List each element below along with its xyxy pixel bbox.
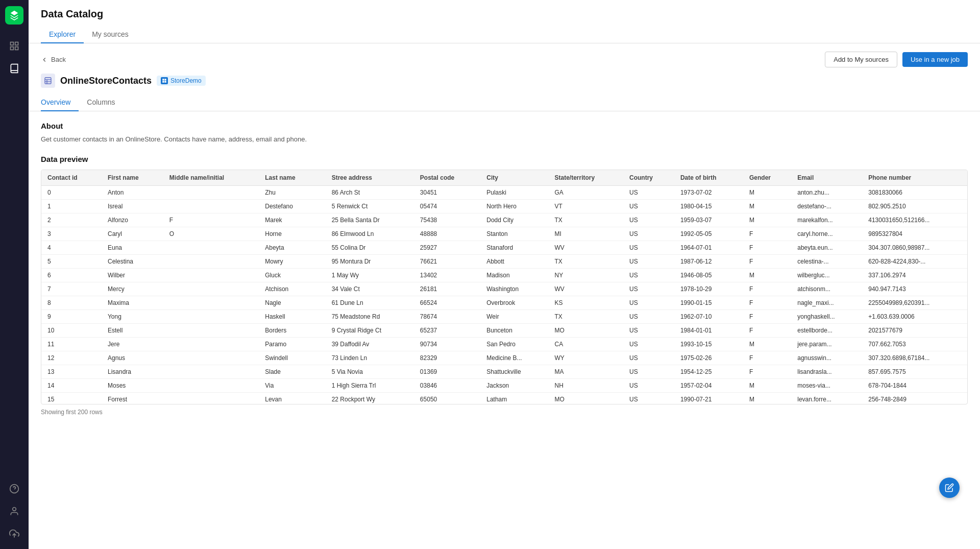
table-cell: Levan — [259, 392, 325, 404]
sidebar-item-help[interactable] — [5, 480, 23, 498]
column-header: Stree address — [326, 170, 414, 186]
table-cell: 4130031650,512166... — [862, 213, 967, 227]
svg-rect-3 — [15, 47, 18, 50]
table-cell: M — [743, 268, 791, 282]
table-cell: 3081830066 — [862, 185, 967, 199]
column-header: State/territory — [548, 170, 623, 186]
table-cell: 1957-02-04 — [674, 378, 743, 392]
table-cell: Pulaski — [480, 185, 548, 199]
table-cell: F — [743, 296, 791, 309]
table-cell: US — [623, 378, 674, 392]
table-row: 0AntonZhu86 Arch St30451PulaskiGAUS1973-… — [41, 185, 967, 199]
tab-overview[interactable]: Overview — [41, 94, 79, 111]
table-cell: 256-748-2849 — [862, 392, 967, 404]
table-row: 6WilberGluck1 May Wy13402MadisonNYUS1946… — [41, 268, 967, 282]
table-cell: 30451 — [414, 185, 480, 199]
app-logo[interactable] — [5, 6, 23, 25]
table-cell: agnusswin... — [791, 351, 862, 365]
table-cell: F — [743, 241, 791, 254]
table-cell: Isreal — [102, 199, 163, 213]
table-cell: anton.zhu... — [791, 185, 862, 199]
table-cell: 13402 — [414, 268, 480, 282]
table-cell: Washington — [480, 282, 548, 296]
table-cell: 25927 — [414, 241, 480, 254]
svg-rect-13 — [164, 79, 166, 80]
table-cell: Haskell — [259, 309, 325, 323]
tab-columns[interactable]: Columns — [87, 94, 123, 111]
page-title: Data Catalog — [41, 8, 968, 20]
table-cell: F — [743, 227, 791, 241]
table-cell — [163, 351, 259, 365]
table-cell: 34 Vale Ct — [326, 282, 414, 296]
table-header-row: Contact idFirst nameMiddle name/initialL… — [41, 170, 967, 186]
svg-rect-12 — [162, 79, 164, 80]
table-cell: 678-704-1844 — [862, 378, 967, 392]
svg-rect-15 — [164, 81, 166, 82]
table-cell — [163, 365, 259, 378]
table-cell: US — [623, 241, 674, 254]
sidebar — [0, 0, 29, 549]
table-cell: 55 Colina Dr — [326, 241, 414, 254]
table-cell: caryl.horne... — [791, 227, 862, 241]
table-cell: Yong — [102, 309, 163, 323]
table-cell: O — [163, 227, 259, 241]
svg-rect-14 — [162, 81, 164, 82]
table-cell — [163, 323, 259, 337]
table-cell: 1946-08-05 — [674, 268, 743, 282]
table-cell: 2021577679 — [862, 323, 967, 337]
table-cell: 9 Crystal Ridge Ct — [326, 323, 414, 337]
table-cell: US — [623, 282, 674, 296]
table-cell: Caryl — [102, 227, 163, 241]
table-cell: Celestina — [102, 254, 163, 268]
data-table-wrapper[interactable]: Contact idFirst nameMiddle name/initialL… — [41, 170, 968, 404]
main-content: Data Catalog Explorer My sources Back Ad… — [29, 0, 980, 549]
back-button[interactable]: Back — [41, 56, 66, 63]
table-cell: CA — [548, 337, 623, 351]
sidebar-item-user[interactable] — [5, 502, 23, 520]
column-header: Email — [791, 170, 862, 186]
table-cell: Lisandra — [102, 365, 163, 378]
table-cell: 13 — [41, 365, 102, 378]
table-cell: Shattuckville — [480, 365, 548, 378]
table-cell: 1978-10-29 — [674, 282, 743, 296]
table-cell: 25 Bella Santa Dr — [326, 213, 414, 227]
use-in-new-job-button[interactable]: Use in a new job — [902, 52, 968, 67]
edit-fab[interactable] — [939, 478, 960, 498]
table-cell: 86 Arch St — [326, 185, 414, 199]
table-cell: 3 — [41, 227, 102, 241]
column-header: Gender — [743, 170, 791, 186]
table-cell: 61 Dune Ln — [326, 296, 414, 309]
sidebar-item-upload[interactable] — [5, 524, 23, 543]
table-cell: 8 — [41, 296, 102, 309]
table-cell: 620-828-4224,830-... — [862, 254, 967, 268]
table-row: 1IsrealDestefano5 Renwick Ct05474North H… — [41, 199, 967, 213]
badge-icon — [161, 77, 168, 84]
back-arrow-icon — [41, 56, 48, 63]
table-row: 2AlfonzoFMarek25 Bella Santa Dr75438Dodd… — [41, 213, 967, 227]
rows-label: Showing first 200 rows — [29, 404, 980, 420]
sidebar-item-chart[interactable] — [5, 37, 23, 55]
table-cell: US — [623, 199, 674, 213]
table-cell: 1962-07-10 — [674, 309, 743, 323]
column-header: Country — [623, 170, 674, 186]
table-cell: M — [743, 378, 791, 392]
table-cell: Weir — [480, 309, 548, 323]
add-to-sources-button[interactable]: Add to My sources — [825, 52, 897, 67]
table-cell: TX — [548, 213, 623, 227]
table-row: 12AgnusSwindell73 Linden Ln82329Medicine… — [41, 351, 967, 365]
table-cell: 5 — [41, 254, 102, 268]
tab-my-sources[interactable]: My sources — [84, 26, 137, 43]
table-cell: 65237 — [414, 323, 480, 337]
table-cell: F — [743, 309, 791, 323]
table-cell: 857.695.7575 — [862, 365, 967, 378]
sidebar-item-catalog[interactable] — [5, 59, 23, 78]
table-cell — [163, 282, 259, 296]
table-cell: 82329 — [414, 351, 480, 365]
svg-rect-2 — [11, 47, 14, 50]
table-cell: Medicine B... — [480, 351, 548, 365]
table-cell: Zhu — [259, 185, 325, 199]
table-cell: 48888 — [414, 227, 480, 241]
table-cell: F — [743, 351, 791, 365]
tab-explorer[interactable]: Explorer — [41, 26, 84, 43]
table-cell: nagle_maxi... — [791, 296, 862, 309]
